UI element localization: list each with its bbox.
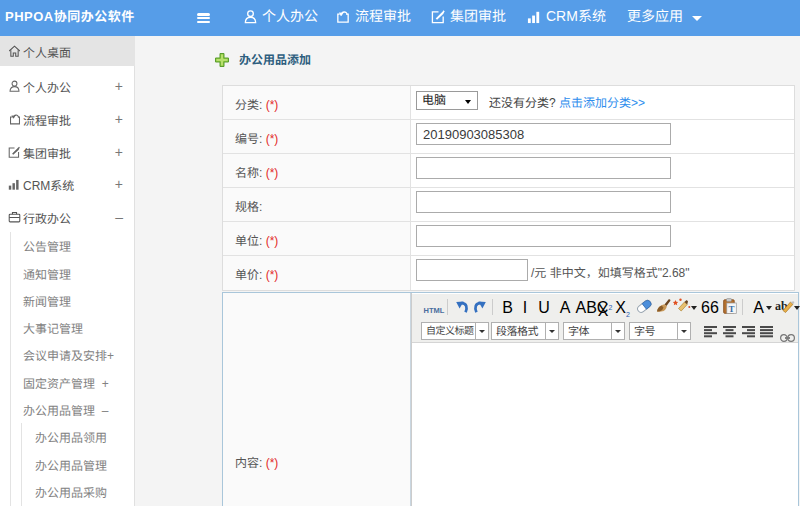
svg-text:T: T	[729, 304, 735, 314]
